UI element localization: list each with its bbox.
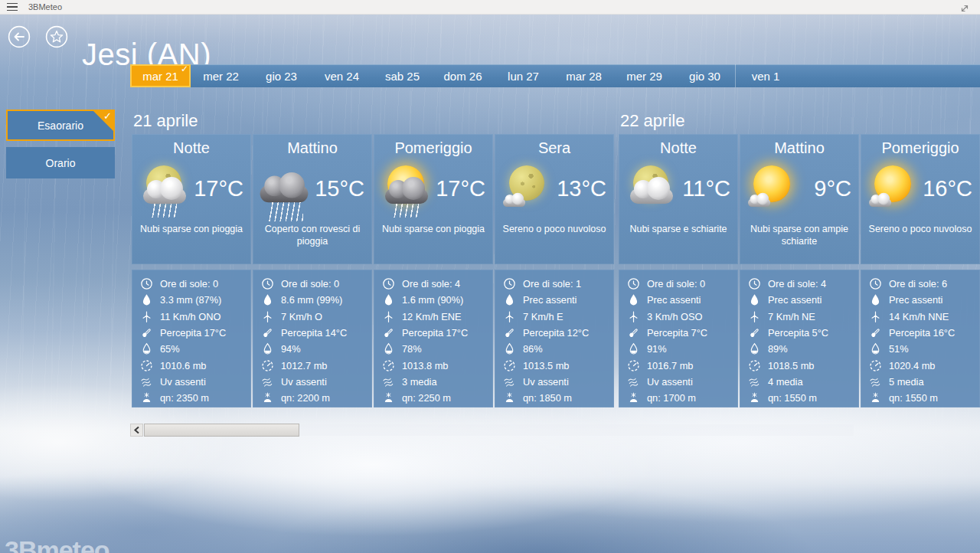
tab-lun-27[interactable]: lun 27: [493, 64, 554, 87]
detail-row: Percepita 16°C: [869, 325, 980, 341]
temperature: 13°C: [553, 176, 614, 201]
uv-rays-icon: [382, 375, 395, 388]
tab-label: lun 27: [508, 70, 539, 83]
detail-row: 7 Km/h O: [261, 309, 372, 325]
temperature: 11°C: [677, 176, 738, 201]
condition-text: Sereno o poco nuvoloso: [861, 223, 980, 235]
scrollbar-thumb[interactable]: [144, 424, 299, 437]
tab-sab-25[interactable]: sab 25: [372, 64, 433, 87]
clock-icon: [627, 277, 640, 290]
back-button[interactable]: [8, 25, 31, 48]
weather-icon: [628, 164, 677, 213]
detail-row: 12 Km/h ENE: [382, 309, 493, 325]
sidebar-item-label: Orario: [46, 157, 76, 169]
detail-row: Uv assenti: [140, 374, 251, 390]
detail-row: 1012.7 mb: [261, 357, 372, 373]
detail-pressure: 1010.6 mb: [160, 360, 206, 371]
tab-dom-26[interactable]: dom 26: [433, 64, 493, 87]
detail-row: Ore di sole: 4: [382, 276, 493, 292]
snow-level-icon: [503, 391, 516, 404]
detail-sun-hours: Ore di sole: 1: [523, 278, 581, 290]
detail-row: qn: 2250 m: [382, 390, 493, 406]
clock-icon: [748, 277, 761, 290]
tab-gio-23[interactable]: gio 23: [251, 64, 312, 87]
detail-feels-like: Percepita 17°C: [402, 327, 468, 339]
tab-ven-24[interactable]: ven 24: [312, 64, 372, 87]
detail-row: 51%: [869, 341, 980, 357]
detail-row: 1013.5 mb: [503, 357, 614, 373]
snow-level-icon: [869, 391, 882, 404]
tab-gio-30[interactable]: gio 30: [675, 64, 735, 87]
sidebar-item-esaorario[interactable]: Esaorario ✓: [6, 110, 115, 141]
tab-label: sab 25: [385, 70, 420, 83]
uv-rays-icon: [140, 375, 153, 388]
temperature: 17°C: [190, 176, 251, 201]
precipitation-drop-icon: [503, 293, 516, 306]
detail-row: qn: 1550 m: [748, 390, 859, 406]
wind-turbine-icon: [627, 310, 640, 323]
sidebar-item-orario[interactable]: Orario: [6, 147, 115, 178]
date-heading: 22 aprile: [620, 111, 980, 131]
thermometer-icon: [503, 326, 516, 339]
chevron-left-icon[interactable]: [130, 424, 143, 437]
uv-rays-icon: [503, 375, 516, 388]
horizontal-scrollbar: [130, 424, 854, 437]
detail-sun-hours: Ore di sole: 4: [402, 278, 460, 290]
detail-row: Uv assenti: [503, 374, 614, 390]
day-group: 21 aprile Notte 17°C Nubi sparse con pio…: [132, 111, 614, 407]
detail-row: 7 Km/h NE: [748, 309, 859, 325]
card-summary: Pomeriggio 17°C Nubi sparse con pioggia: [374, 134, 493, 264]
tab-ven-1[interactable]: ven 1: [735, 64, 795, 87]
detail-row: 1010.6 mb: [140, 357, 251, 373]
detail-uv: 3 media: [402, 376, 437, 388]
detail-row: 1.6 mm (90%): [382, 292, 493, 308]
forecast-card[interactable]: Mattino 15°C Coperto con rovesci di piog…: [253, 134, 372, 407]
card-details: Ore di sole: 0 8.6 mm (99%) 7 Km/h O Per…: [253, 270, 372, 407]
card-summary: Sera 13°C Sereno o poco nuvoloso: [495, 134, 614, 264]
precipitation-drop-icon: [869, 293, 882, 306]
detail-precipitation: Prec assenti: [523, 294, 577, 306]
detail-snow-level: qn: 1850 m: [523, 392, 572, 404]
cards-row: Notte 17°C Nubi sparse con pioggia Ore d…: [132, 134, 614, 407]
detail-sun-hours: Ore di sole: 0: [160, 278, 218, 290]
temperature: 16°C: [919, 176, 980, 201]
forecast-card[interactable]: Mattino 9°C Nubi sparse con ampie schiar…: [740, 134, 859, 407]
card-details: Ore di sole: 6 Prec assenti 14 Km/h NNE …: [861, 270, 980, 407]
resize-diagonal-icon[interactable]: [960, 2, 969, 11]
tab-label: mar 21: [142, 70, 178, 83]
pressure-gauge-icon: [140, 359, 153, 372]
forecast-card[interactable]: Notte 11°C Nubi sparse e schiarite Ore d…: [619, 134, 738, 407]
wind-turbine-icon: [869, 310, 882, 323]
forecast-card[interactable]: Notte 17°C Nubi sparse con pioggia Ore d…: [132, 134, 251, 407]
temperature: 15°C: [311, 176, 372, 201]
hamburger-icon[interactable]: [7, 3, 18, 11]
tab-mer-29[interactable]: mer 29: [614, 64, 675, 87]
detail-pressure: 1013.8 mb: [402, 360, 448, 371]
condition-text: Nubi sparse con ampie schiarite: [740, 223, 859, 248]
detail-row: Ore di sole: 0: [261, 276, 372, 292]
star-favorite-button[interactable]: [45, 25, 68, 48]
clock-icon: [261, 277, 274, 290]
detail-uv: Uv assenti: [647, 376, 693, 388]
period-label: Pomeriggio: [374, 134, 493, 157]
tab-mer-22[interactable]: mer 22: [191, 64, 251, 87]
condition-text: Sereno o poco nuvoloso: [495, 223, 614, 235]
detail-snow-level: qn: 1550 m: [889, 392, 938, 404]
forecast-card[interactable]: Pomeriggio 16°C Sereno o poco nuvoloso O…: [861, 134, 980, 407]
snow-level-icon: [748, 391, 761, 404]
rain-icon: [268, 202, 303, 221]
detail-row: 4 media: [748, 374, 859, 390]
detail-precipitation: 1.6 mm (90%): [402, 294, 463, 306]
tab-mar-28[interactable]: mar 28: [554, 64, 614, 87]
card-details: Ore di sole: 0 3.3 mm (87%) 11 Km/h ONO …: [132, 270, 251, 407]
detail-row: Prec assenti: [503, 292, 614, 308]
forecast-card[interactable]: Sera 13°C Sereno o poco nuvoloso Ore di …: [495, 134, 614, 407]
tab-mar-21[interactable]: mar 21✓: [130, 64, 191, 87]
detail-row: 7 Km/h E: [503, 309, 614, 325]
detail-row: 5 media: [869, 374, 980, 390]
detail-sun-hours: Ore di sole: 4: [768, 278, 826, 290]
tab-label: mar 28: [566, 70, 602, 83]
cloud-icon: [260, 185, 309, 202]
brand-watermark: 3Bmeteo: [5, 535, 109, 553]
forecast-card[interactable]: Pomeriggio 17°C Nubi sparse con pioggia …: [374, 134, 493, 407]
